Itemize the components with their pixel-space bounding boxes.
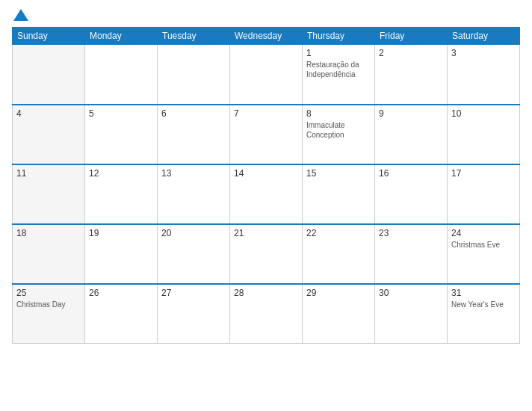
day-number: 14 [234, 168, 298, 179]
day-number: 8 [306, 108, 371, 119]
day-number: 21 [234, 228, 298, 238]
day-number: 1 [306, 48, 371, 58]
weekday-header-thursday: Thursday [303, 28, 375, 45]
day-number: 16 [379, 168, 443, 179]
weekday-header-wednesday: Wednesday [230, 28, 303, 45]
calendar-day-cell: 20 [158, 224, 230, 284]
calendar-day-cell [158, 45, 230, 105]
calendar-day-cell: 21 [230, 224, 303, 284]
day-number: 22 [306, 228, 371, 238]
weekday-header-friday: Friday [375, 28, 448, 45]
calendar-week-row: 11121314151617 [13, 164, 520, 224]
calendar-day-cell: 15 [303, 164, 375, 224]
calendar-day-cell: 9 [375, 105, 448, 164]
calendar-header-row: SundayMondayTuesdayWednesdayThursdayFrid… [13, 28, 520, 45]
day-number: 25 [16, 288, 81, 298]
calendar-day-cell: 14 [230, 164, 303, 224]
weekday-header-monday: Monday [85, 28, 158, 45]
day-number: 23 [379, 228, 443, 238]
weekday-header-saturday: Saturday [448, 28, 520, 45]
day-number: 10 [451, 108, 516, 119]
header [12, 9, 520, 21]
day-number: 6 [161, 108, 226, 119]
day-number: 19 [89, 228, 153, 238]
day-number: 2 [379, 48, 443, 58]
calendar-day-cell: 27 [158, 284, 230, 344]
day-number: 11 [16, 168, 81, 179]
calendar-week-row: 25Christmas Day262728293031New Year's Ev… [13, 284, 520, 344]
calendar-page: SundayMondayTuesdayWednesdayThursdayFrid… [0, 0, 532, 411]
day-number: 24 [451, 228, 516, 238]
calendar-day-cell: 23 [375, 224, 448, 284]
calendar-day-cell: 7 [230, 105, 303, 164]
calendar-day-cell: 29 [303, 284, 375, 344]
calendar-day-cell [230, 45, 303, 105]
day-number: 3 [451, 48, 516, 58]
weekday-header-sunday: Sunday [13, 28, 85, 45]
calendar-day-cell: 10 [448, 105, 520, 164]
day-number: 13 [161, 168, 226, 179]
day-event: Christmas Day [16, 300, 66, 309]
calendar-day-cell: 16 [375, 164, 448, 224]
calendar-week-row: 18192021222324Christmas Eve [13, 224, 520, 284]
day-number: 4 [16, 108, 81, 119]
calendar-day-cell: 19 [85, 224, 158, 284]
calendar-day-cell: 11 [13, 164, 85, 224]
calendar-week-row: 1Restauração da Independência23 [13, 45, 520, 105]
day-event: New Year's Eve [451, 300, 504, 309]
calendar-day-cell: 3 [448, 45, 520, 105]
calendar-day-cell: 25Christmas Day [13, 284, 85, 344]
day-number: 29 [306, 288, 371, 298]
calendar-table: SundayMondayTuesdayWednesdayThursdayFrid… [12, 27, 520, 344]
calendar-day-cell: 26 [85, 284, 158, 344]
day-number: 7 [234, 108, 298, 119]
day-number: 26 [89, 288, 153, 298]
day-event: Restauração da Independência [306, 61, 359, 78]
day-number: 12 [89, 168, 153, 179]
day-number: 15 [306, 168, 371, 179]
day-number: 31 [451, 288, 516, 298]
calendar-day-cell [13, 45, 85, 105]
weekday-header-tuesday: Tuesday [158, 28, 230, 45]
calendar-day-cell: 13 [158, 164, 230, 224]
day-number: 5 [89, 108, 153, 119]
calendar-day-cell: 17 [448, 164, 520, 224]
day-number: 20 [161, 228, 226, 238]
day-number: 9 [379, 108, 443, 119]
day-number: 30 [379, 288, 443, 298]
calendar-day-cell: 28 [230, 284, 303, 344]
day-event: Immaculate Conception [306, 121, 345, 139]
day-number: 18 [16, 228, 81, 238]
day-number: 17 [451, 168, 516, 179]
logo-triangle-icon [13, 9, 28, 21]
calendar-day-cell: 24Christmas Eve [448, 224, 520, 284]
calendar-day-cell: 6 [158, 105, 230, 164]
calendar-day-cell: 30 [375, 284, 448, 344]
logo [12, 9, 30, 21]
day-number: 28 [234, 288, 298, 298]
calendar-day-cell: 22 [303, 224, 375, 284]
calendar-day-cell: 18 [13, 224, 85, 284]
calendar-week-row: 45678Immaculate Conception910 [13, 105, 520, 164]
day-number: 27 [161, 288, 226, 298]
calendar-day-cell: 8Immaculate Conception [303, 105, 375, 164]
calendar-day-cell: 5 [85, 105, 158, 164]
calendar-day-cell [85, 45, 158, 105]
day-event: Christmas Eve [451, 241, 500, 249]
calendar-day-cell: 1Restauração da Independência [303, 45, 375, 105]
calendar-day-cell: 2 [375, 45, 448, 105]
calendar-day-cell: 4 [13, 105, 85, 164]
calendar-day-cell: 31New Year's Eve [448, 284, 520, 344]
calendar-day-cell: 12 [85, 164, 158, 224]
